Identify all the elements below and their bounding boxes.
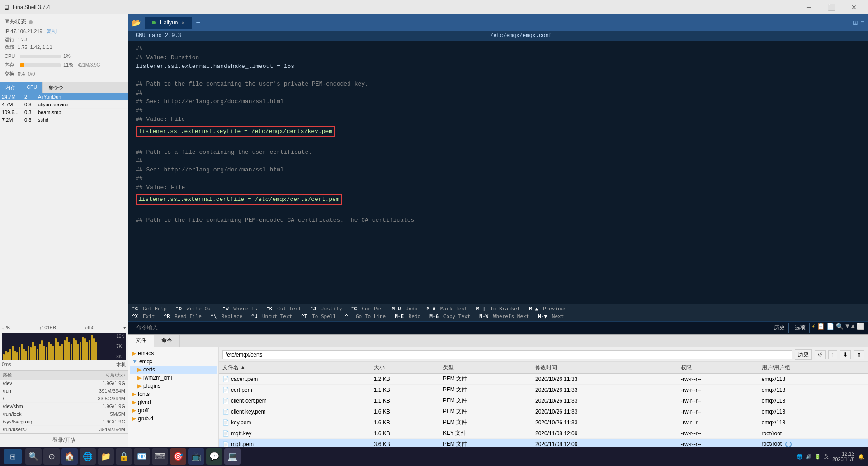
taskbar-security[interactable]: 🔒 <box>116 448 132 465</box>
shortcut-write-out: ^O Write Out <box>176 306 213 312</box>
net-down: ↓2K <box>2 325 10 331</box>
start-button[interactable]: ⊞ <box>4 449 22 464</box>
table-row[interactable]: 📄mqtt.pem 3.6 KB PEM 文件 2020/11/08 12:09… <box>219 439 868 447</box>
tree-item-emacs[interactable]: ▶ emacs <box>130 349 217 357</box>
tab-aliyun[interactable]: 1 aliyun ✕ <box>145 17 192 29</box>
tree-item-glvnd[interactable]: ▶ glvnd <box>130 398 217 406</box>
tree-item-plugins[interactable]: ▶ plugins <box>130 382 217 390</box>
taskbar-terminal[interactable]: ⌨ <box>152 448 168 465</box>
folder-open-icon: ▼ <box>132 358 137 365</box>
list-view-icon[interactable]: ≡ <box>861 19 864 26</box>
terminal-line: ## Path to the file containing the user'… <box>136 80 861 89</box>
tab-commands[interactable]: 命令 <box>154 335 180 347</box>
terminal-body[interactable]: ## ## Value: Duration listener.ssl.exter… <box>128 41 868 304</box>
terminal-copy-icon[interactable]: 📋 <box>817 323 825 333</box>
file-type: PEM 文件 <box>439 385 532 395</box>
table-row[interactable]: 📄client-key.pem 1.6 KB PEM 文件 2020/10/26… <box>219 406 868 417</box>
disk-size: 5M/5M <box>110 411 125 417</box>
taskbar-app2[interactable]: 📺 <box>188 448 204 465</box>
shortcut-key: ^O <box>176 306 182 312</box>
shortcut-mark-text: M-A Mark Text <box>427 306 467 312</box>
table-row[interactable]: 📄cacert.pem 1.2 KB PEM 文件 2020/10/26 11:… <box>219 374 868 385</box>
shortcut-key: M-A <box>427 306 436 312</box>
copy-btn[interactable]: 复制 <box>47 29 57 34</box>
proc-tab-cmd[interactable]: 命令令 <box>43 82 69 93</box>
tree-label: fonts <box>138 391 150 397</box>
clock-date: 2020/11/8 <box>832 456 854 462</box>
history-nav-button[interactable]: 历史 <box>795 349 812 360</box>
network-icon[interactable]: 🌐 <box>797 454 803 460</box>
mem-bar <box>20 63 61 67</box>
col-modified: 修改时间 <box>532 362 677 374</box>
upload-button[interactable]: ⬆ <box>854 350 864 359</box>
tab-close-button[interactable]: ✕ <box>181 20 185 25</box>
chart-bar <box>89 340 90 360</box>
ip-row: IP 47.106.21.219 复制 <box>5 28 123 36</box>
notification-icon[interactable]: 🔔 <box>858 454 864 460</box>
refresh-button[interactable]: ↺ <box>815 350 826 359</box>
shortcut-key: ^X <box>132 314 138 319</box>
terminal-down-icon[interactable]: ▼ <box>845 323 849 333</box>
terminal-expand-icon[interactable]: ⬜ <box>857 323 864 333</box>
shortcut-previous: M-▲ Previous <box>529 306 566 312</box>
taskbar-cortana[interactable]: ⊙ <box>43 448 60 465</box>
keyboard-lang-icon[interactable]: 英 <box>824 453 829 460</box>
options-button[interactable]: 选项 <box>791 323 810 333</box>
terminal-paste-icon[interactable]: 📄 <box>826 323 834 333</box>
taskbar-app1[interactable]: 🎯 <box>170 448 186 465</box>
tree-item-groff[interactable]: ▶ groff <box>130 406 217 414</box>
taskbar-chat[interactable]: 💬 <box>206 448 222 465</box>
grid-view-icon[interactable]: ⊞ <box>853 19 858 26</box>
up-button[interactable]: ↑ <box>828 350 837 359</box>
close-button[interactable]: ✕ <box>844 0 864 14</box>
minimize-button[interactable]: ─ <box>798 0 819 14</box>
table-row[interactable]: 📄client-cert.pem 1.1 KB PEM 文件 2020/10/2… <box>219 395 868 406</box>
terminal-search-icon[interactable]: 🔍 <box>836 323 844 333</box>
restore-button[interactable]: ⬜ <box>821 0 842 14</box>
login-button[interactable]: 登录/开放 <box>0 433 128 447</box>
taskbar-finalshell[interactable]: 💻 <box>224 448 241 465</box>
swap-row: 交换 0% 0/0 <box>5 70 123 78</box>
ip-value: 47.106.21.219 <box>10 29 42 34</box>
file-type: PEM 文件 <box>439 374 532 385</box>
tree-item-grubd[interactable]: ▶ grub.d <box>130 414 217 423</box>
shortcut-cut-text: ^K Cut Text <box>266 306 301 312</box>
taskbar-mail[interactable]: 📧 <box>134 448 150 465</box>
cmd-input-label[interactable]: 命令输入 <box>132 323 222 333</box>
tree-item-lwm2m[interactable]: ▶ lwm2m_xml <box>130 374 217 382</box>
taskbar-home[interactable]: 🏠 <box>61 448 78 465</box>
folder-icon: ▶ <box>137 375 142 381</box>
proc-tab-cpu[interactable]: CPU <box>21 82 43 93</box>
file-name: 📄client-cert.pem <box>219 395 370 406</box>
table-row[interactable]: 📄key.pem 1.6 KB PEM 文件 2020/10/26 11:33 … <box>219 417 868 428</box>
tree-item-fonts[interactable]: ▶ fonts <box>130 390 217 398</box>
terminal-up-icon[interactable]: ▲ <box>851 323 855 333</box>
disk-table-header: 路径 可用/大小 <box>0 371 128 380</box>
shortcut-key: M-▲ <box>529 306 538 312</box>
window-controls: ─ ⬜ ✕ <box>798 0 864 14</box>
cpu-bar <box>20 55 61 58</box>
title-bar: 🖥 FinalShell 3.7.4 ─ ⬜ ✕ <box>0 0 868 14</box>
taskbar-clock[interactable]: 12:13 2020/11/8 <box>832 451 854 462</box>
app-title: FinalShell 3.7.4 <box>13 4 798 10</box>
table-row[interactable]: 📄mqtt.key 1.6 KB KEY 文件 2020/11/08 12:09… <box>219 428 868 439</box>
history-button[interactable]: 历史 <box>770 323 789 333</box>
tab-add-button[interactable]: + <box>196 19 200 27</box>
file-path-input[interactable] <box>222 350 792 359</box>
table-row[interactable]: 📄cert.pem 1.1 KB PEM 文件 2020/10/26 11:33… <box>219 385 868 395</box>
taskbar-explorer[interactable]: 📁 <box>98 448 114 465</box>
chart-bar <box>7 352 9 360</box>
tab-files[interactable]: 文件 <box>128 335 154 347</box>
download-button[interactable]: ⬇ <box>840 350 851 359</box>
taskbar-edge[interactable]: 🌐 <box>80 448 96 465</box>
volume-icon[interactable]: 🔊 <box>806 454 812 460</box>
taskbar-search[interactable]: 🔍 <box>25 448 42 465</box>
disk-size: 1.9G/1.9G <box>102 419 125 424</box>
tree-item-certs[interactable]: ▶ certs <box>130 366 217 374</box>
tree-item-emqx[interactable]: ▼ emqx <box>130 357 217 366</box>
tab-label: 1 aliyun <box>159 19 178 26</box>
proc-tab-mem[interactable]: 内存 <box>0 82 21 93</box>
net-interface: eth0 <box>85 325 94 331</box>
terminal-line: ## Value: Duration <box>136 53 861 62</box>
shortcut-label: Previous <box>543 306 567 312</box>
